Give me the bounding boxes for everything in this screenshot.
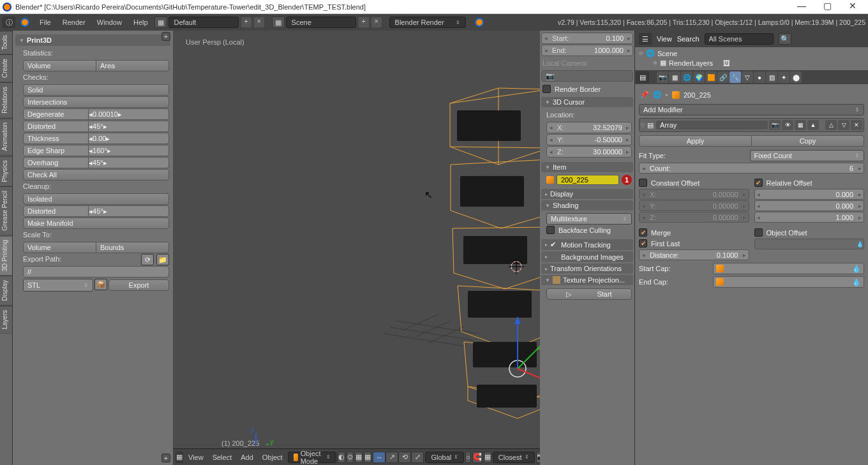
outliner-editor-icon[interactable]: ☰ — [639, 33, 652, 45]
close-button[interactable]: ✕ — [840, 1, 865, 13]
maximize-button[interactable]: ▢ — [814, 1, 840, 13]
menu-select[interactable]: Select — [209, 454, 236, 461]
eyedropper-icon-2[interactable]: 💧 — [852, 265, 861, 273]
shading-selector-icon[interactable]: ◐ — [338, 452, 345, 463]
editor-type-3dview-icon[interactable]: ▦ — [176, 452, 183, 463]
start-button[interactable]: ▷Start — [546, 288, 632, 300]
scale-bounds-button[interactable]: Bounds — [96, 242, 169, 253]
outliner-scene-row[interactable]: ⊖🌐Scene — [639, 48, 864, 58]
region-toggle-top[interactable]: + — [161, 32, 170, 41]
mod-move-down[interactable]: ▽ — [838, 120, 849, 130]
copy-button[interactable]: Copy — [752, 135, 864, 147]
clip-start[interactable]: ◂Start:0.100▸ — [541, 33, 633, 44]
menu-render[interactable]: Render — [57, 18, 91, 26]
texture-projection-header[interactable]: ▼Texture Projection... — [541, 275, 633, 285]
layout-remove-button[interactable]: × — [254, 17, 264, 27]
tab-particles[interactable]: ✦ — [778, 71, 789, 83]
item-header[interactable]: ▼Item — [541, 162, 633, 172]
folder-icon[interactable]: 📁 — [156, 254, 169, 265]
menu-object[interactable]: Object — [258, 454, 287, 461]
distorted-value[interactable]: ◂45°▸ — [89, 121, 169, 132]
search-icon[interactable]: 🔍 — [779, 33, 791, 45]
constant-offset-checkbox[interactable] — [639, 179, 647, 187]
scene-browse-icon[interactable]: ▦ — [272, 17, 285, 28]
fit-type-selector[interactable]: Fixed Count — [750, 150, 865, 161]
thickness-value[interactable]: ◂0.00▸ — [89, 133, 169, 144]
tab-physics[interactable]: Physics — [0, 156, 12, 186]
scene-remove-button[interactable]: × — [371, 17, 382, 27]
tab-data[interactable]: ▽ — [742, 71, 753, 83]
object-offset-checkbox[interactable] — [754, 228, 763, 237]
export-path-field[interactable]: // — [23, 266, 169, 277]
local-camera-field[interactable]: 📷 — [541, 70, 633, 82]
transform-orientations-header[interactable]: ▸Transform Orientations — [541, 263, 633, 274]
mod-viewport-toggle[interactable]: 👁 — [782, 120, 793, 130]
apply-button[interactable]: Apply — [639, 135, 752, 147]
render-border-checkbox[interactable] — [542, 85, 551, 93]
intersections-button[interactable]: Intersections — [23, 96, 169, 108]
motion-tracking-header[interactable]: ▸✔Motion Tracking — [541, 239, 633, 250]
mode-selector[interactable]: Object Mode⇕ — [288, 452, 337, 463]
tab-world[interactable]: 🌍 — [693, 71, 705, 83]
editor-type-icon[interactable]: ⓘ — [3, 17, 15, 28]
layers-icon-1[interactable]: ▦ — [355, 452, 363, 463]
degenerate-value[interactable]: ◂0.00010▸ — [89, 108, 169, 120]
tab-texture[interactable]: ▨ — [766, 71, 777, 83]
shading-type-selector[interactable]: Multitexture — [546, 213, 632, 225]
tab-animation[interactable]: Animation — [0, 118, 12, 155]
snap-toggle-icon[interactable]: 🧲 — [472, 452, 483, 463]
eyedropper-icon[interactable]: 💧 — [856, 241, 864, 247]
render-engine-selector[interactable]: Blender Render ⇕ — [389, 17, 466, 28]
menu-add[interactable]: Add — [237, 454, 257, 461]
mod-render-toggle[interactable]: 📷 — [769, 120, 781, 130]
modifier-expand-icon[interactable]: ▽ — [641, 122, 645, 128]
relative-offset-checkbox[interactable]: ✔ — [754, 179, 763, 187]
translate-icon[interactable]: ↗ — [385, 452, 398, 463]
rel-y[interactable]: ◂0.000▸ — [754, 200, 865, 211]
cursor-y[interactable]: ◂Y:-0.50000▸ — [546, 134, 632, 145]
eyedropper-icon-3[interactable]: 💧 — [852, 278, 861, 286]
degenerate-button[interactable]: Degenerate — [23, 108, 89, 120]
cursor-x[interactable]: ◂X:32.52079▸ — [546, 122, 632, 133]
end-cap-field[interactable]: 💧 — [713, 276, 864, 288]
tab-3d-printing[interactable]: 3D Printing — [0, 235, 12, 276]
start-cap-field[interactable]: 💧 — [713, 263, 864, 274]
display-header[interactable]: ▸Display — [541, 189, 633, 199]
cursor-z[interactable]: ◂Z:30.00000▸ — [546, 146, 632, 158]
menu-view[interactable]: View — [184, 454, 207, 461]
outliner[interactable]: ⊖🌐Scene ⊕▦RenderLayers🖼 — [635, 47, 868, 70]
rel-z[interactable]: ◂1.000▸ — [754, 212, 865, 223]
count-field[interactable]: ◂Count:6▸ — [639, 163, 864, 173]
tab-physics-props[interactable]: ⬤ — [790, 71, 802, 83]
backface-checkbox[interactable] — [546, 226, 555, 234]
layout-add-button[interactable]: + — [241, 17, 251, 27]
tab-display[interactable]: Display — [0, 276, 12, 306]
motion-checkbox[interactable]: ✔ — [550, 240, 558, 249]
mod-move-up[interactable]: △ — [825, 120, 837, 130]
outliner-view-menu[interactable]: View — [657, 35, 672, 43]
tab-tools[interactable]: Tools — [0, 31, 12, 54]
background-images-header[interactable]: ▸Background Images — [541, 251, 633, 262]
overhang-button[interactable]: Overhang — [23, 157, 89, 168]
bg-checkbox[interactable] — [550, 253, 558, 261]
check-all-button[interactable]: Check All — [23, 169, 169, 181]
edge-sharp-value[interactable]: ◂160°▸ — [89, 145, 169, 156]
solid-button[interactable]: Solid — [23, 84, 169, 96]
shading-header[interactable]: ▼Shading — [541, 200, 633, 210]
volume-button[interactable]: Volume — [23, 60, 96, 71]
scene-selector[interactable]: Scene — [286, 17, 356, 28]
scale-icon[interactable]: ⤢ — [411, 452, 424, 463]
3d-cursor-header[interactable]: ▼3D Cursor — [541, 97, 633, 107]
tab-render[interactable]: 📷 — [657, 71, 668, 83]
tab-material[interactable]: ● — [754, 71, 765, 83]
pin-icon[interactable]: 📌 — [640, 91, 649, 99]
outliner-renderlayers-row[interactable]: ⊕▦RenderLayers🖼 — [639, 58, 864, 68]
export-button[interactable]: Export — [108, 279, 169, 291]
distorted2-button[interactable]: Distorted — [23, 205, 89, 217]
export-settings-icon[interactable]: 📦 — [94, 279, 107, 290]
tab-create[interactable]: Create — [0, 54, 12, 82]
make-manifold-button[interactable]: Make Manifold — [23, 218, 169, 229]
add-modifier-dropdown[interactable]: Add Modifier — [639, 104, 864, 115]
modifier-name-field[interactable]: Array — [656, 121, 768, 129]
area-button[interactable]: Area — [96, 60, 169, 71]
